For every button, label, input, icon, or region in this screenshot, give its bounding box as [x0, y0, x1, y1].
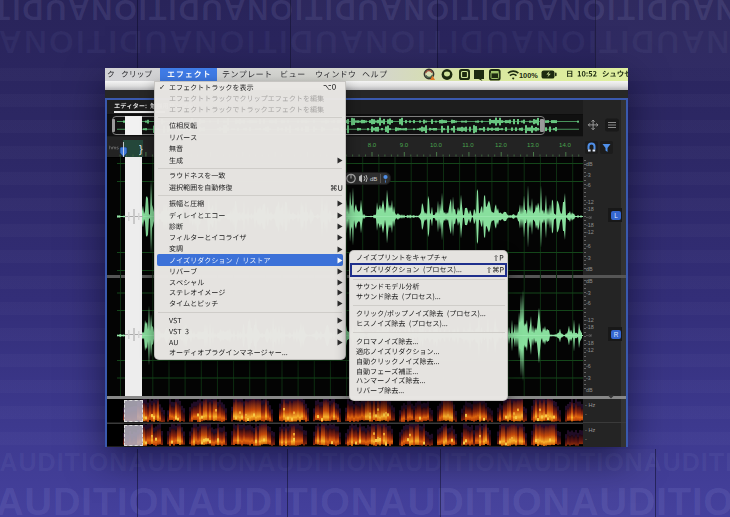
svg-text:- Hz: - Hz [585, 427, 595, 433]
svg-text:-18: -18 [586, 206, 594, 212]
svg-text:8.0: 8.0 [367, 141, 376, 148]
svg-text:-18: -18 [586, 324, 594, 330]
svg-text:}: } [139, 143, 143, 155]
svg-text:- Hz: - Hz [585, 402, 595, 408]
svg-text:dB: dB [586, 161, 593, 167]
svg-text:dB: dB [586, 278, 593, 284]
svg-text:-6: -6 [586, 182, 591, 188]
svg-text:10.0: 10.0 [430, 141, 442, 148]
svg-text:11.0: 11.0 [463, 141, 475, 148]
svg-text:-: - [585, 411, 587, 417]
svg-text:-6: -6 [586, 363, 591, 369]
svg-text:-12: -12 [586, 347, 594, 353]
svg-text:-6: -6 [586, 243, 591, 249]
svg-text:-18: -18 [586, 222, 594, 228]
svg-text:-3: -3 [586, 290, 591, 296]
svg-text:-3: -3 [586, 375, 591, 381]
svg-text:-: - [585, 436, 587, 442]
svg-text:dB: dB [586, 387, 593, 393]
svg-text:9.0: 9.0 [400, 141, 409, 148]
svg-text:-3: -3 [586, 172, 591, 178]
svg-text:-12: -12 [586, 317, 594, 323]
svg-text:L: L [614, 212, 618, 219]
svg-text:-18: -18 [586, 340, 594, 346]
svg-text:-12: -12 [586, 229, 594, 235]
svg-text:dB: dB [586, 266, 593, 272]
svg-text:R: R [614, 331, 619, 338]
svg-text:-12: -12 [586, 199, 594, 205]
svg-text:-6: -6 [586, 300, 591, 306]
svg-text:-3: -3 [586, 255, 591, 261]
svg-text:13.0: 13.0 [527, 141, 539, 148]
svg-text:14.0: 14.0 [559, 141, 571, 148]
svg-text:dB: dB [370, 176, 377, 182]
svg-text:12.0: 12.0 [495, 141, 507, 148]
